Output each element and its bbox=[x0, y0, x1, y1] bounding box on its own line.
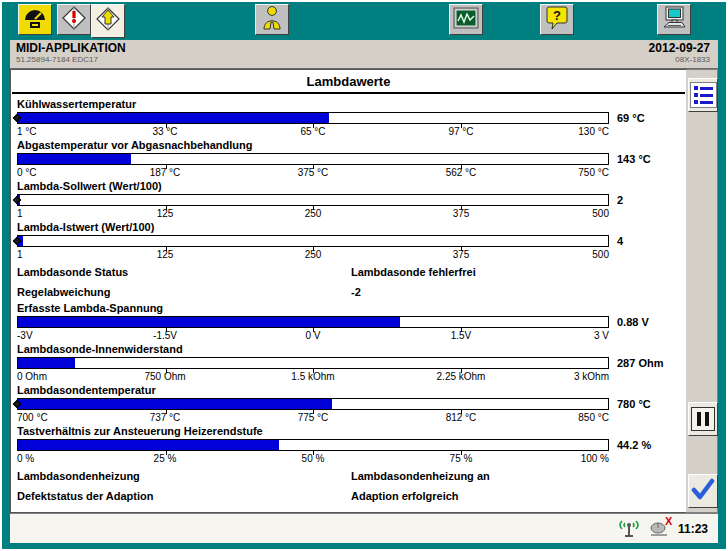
status-value: Lambdasondenheizung an bbox=[351, 470, 490, 482]
page-title: Lambdawerte bbox=[11, 72, 686, 92]
gauge-value: 4 bbox=[617, 235, 623, 247]
right-button-strip bbox=[686, 69, 718, 513]
scale-label: 850 °C bbox=[578, 412, 609, 423]
scale-label: 1.5V bbox=[451, 330, 472, 341]
gauge-bar bbox=[17, 398, 609, 410]
gauge-scale: 0 % 25 % 50 % 75 % 100 % bbox=[17, 453, 609, 465]
scale-label: 0 V bbox=[305, 330, 320, 341]
help-icon: ? bbox=[545, 5, 569, 35]
pause-icon bbox=[691, 407, 715, 431]
gauge-value: 780 °C bbox=[617, 398, 651, 410]
gauge-scale: 1 °C 33 °C 65 °C 97 °C 130 °C bbox=[17, 126, 609, 138]
svg-text:?: ? bbox=[553, 8, 561, 23]
gauge-label: Lambda-Istwert (Wert/100) bbox=[17, 221, 686, 234]
scale-label: 33 °C bbox=[152, 126, 177, 137]
svg-text:X: X bbox=[665, 516, 673, 527]
gauge-sondentemperatur: Lambdasondentemperatur 780 °C 700 °C 737… bbox=[17, 384, 686, 423]
gauge-value: 287 Ohm bbox=[617, 357, 663, 369]
gauge-bar bbox=[17, 235, 609, 247]
gauge-bar-fill bbox=[18, 399, 332, 409]
status-row: Lambdasondenheizung Lambdasondenheizung … bbox=[17, 466, 686, 486]
status-label: Defektstatus der Adaption bbox=[17, 490, 351, 502]
scale-label: 0 Ohm bbox=[17, 371, 47, 382]
gauge-bar bbox=[17, 112, 609, 124]
scale-label: 125 bbox=[157, 249, 174, 260]
scale-label: 500 bbox=[592, 208, 609, 219]
confirm-button[interactable] bbox=[688, 474, 718, 508]
status-bar: X 11:23 bbox=[10, 513, 718, 543]
gauge-tastverhaeltnis: Tastverhältnis zur Ansteuerung Heizerend… bbox=[17, 425, 686, 464]
scale-label: 775 °C bbox=[298, 412, 329, 423]
gauge-value: 2 bbox=[617, 194, 623, 206]
header-date: 2012-09-27 bbox=[649, 42, 710, 55]
computer-button[interactable] bbox=[657, 4, 691, 35]
gauge-value: 0.88 V bbox=[617, 316, 649, 328]
gauge-value: 44.2 % bbox=[617, 439, 651, 451]
book-up-icon bbox=[95, 6, 121, 36]
header-code: 08X-1833 bbox=[649, 55, 710, 64]
gauge-lambda-spannung: Erfasste Lambda-Spannung 0.88 V -3V -1.5… bbox=[17, 302, 686, 341]
scale-label: 562 °C bbox=[446, 167, 477, 178]
list-icon bbox=[690, 82, 717, 108]
app-subtitle: 51.25894-7184 EDC17 bbox=[16, 55, 126, 64]
clock: 11:23 bbox=[678, 522, 708, 536]
book-alert-icon bbox=[61, 5, 87, 35]
gauge-scale: 0 Ohm 750 Ohm 1.5 kOhm 2.25 kOhm 3 kOhm bbox=[17, 371, 609, 383]
gauge-label: Lambda-Sollwert (Wert/100) bbox=[17, 180, 686, 193]
scale-label: 1 °C bbox=[17, 126, 37, 137]
gauge-bar bbox=[17, 153, 609, 165]
gauge-scale: 700 °C 737 °C 775 °C 812 °C 850 °C bbox=[17, 412, 609, 424]
gauge-value: 143 °C bbox=[617, 153, 651, 165]
gauge-kuehlwassertemperatur: Kühlwassertemperatur 69 °C 1 °C 33 °C 65… bbox=[17, 98, 686, 137]
operator-button[interactable] bbox=[255, 4, 289, 35]
check-icon bbox=[691, 477, 715, 505]
gauge-bar-fill bbox=[18, 317, 400, 327]
scale-label: 3 V bbox=[594, 330, 609, 341]
scale-label: 25 % bbox=[154, 453, 177, 464]
scale-label: -3V bbox=[17, 330, 33, 341]
scale-label: -1.5V bbox=[153, 330, 177, 341]
status-row: Defektstatus der Adaption Adaption erfol… bbox=[17, 486, 686, 506]
status-label: Regelabweichung bbox=[17, 286, 351, 298]
gauge-bar bbox=[17, 439, 609, 451]
mancats-home-button[interactable] bbox=[18, 4, 52, 35]
scale-label: 1.5 kOhm bbox=[291, 371, 334, 382]
scale-label: 250 bbox=[305, 208, 322, 219]
measured-values-button[interactable] bbox=[91, 4, 125, 38]
gauge-scale: -3V -1.5V 0 V 1.5V 3 V bbox=[17, 330, 609, 342]
scale-label: 750 °C bbox=[578, 167, 609, 178]
person-icon bbox=[260, 5, 284, 35]
scale-label: 0 °C bbox=[17, 167, 37, 178]
status-value: Adaption erfolgreich bbox=[351, 490, 459, 502]
scale-label: 812 °C bbox=[446, 412, 477, 423]
gauge-label: Abgastemperatur vor Abgasnachbehandlung bbox=[17, 139, 686, 152]
gauge-lambda-sollwert: Lambda-Sollwert (Wert/100) 2 1 125 250 bbox=[17, 180, 686, 219]
pause-button[interactable] bbox=[688, 402, 718, 436]
gauge-label: Kühlwassertemperatur bbox=[17, 98, 686, 111]
main-content: Lambdawerte Kühlwassertemperatur 69 °C bbox=[10, 69, 686, 513]
scale-label: 2.25 kOhm bbox=[437, 371, 486, 382]
gauge-innenwiderstand: Lambdasonde-Innenwiderstand 287 Ohm 0 Oh… bbox=[17, 343, 686, 382]
gauge-abgastemperatur: Abgastemperatur vor Abgasnachbehandlung … bbox=[17, 139, 686, 178]
oscilloscope-icon bbox=[453, 7, 479, 33]
scale-label: 250 bbox=[305, 249, 322, 260]
value-list-button[interactable] bbox=[688, 78, 718, 112]
scale-label: 500 bbox=[592, 249, 609, 260]
gauge-lambda-istwert: Lambda-Istwert (Wert/100) 4 1 125 250 bbox=[17, 221, 686, 260]
scale-label: 375 °C bbox=[298, 167, 329, 178]
mancats-gauge-icon bbox=[22, 6, 48, 34]
gauge-value: 69 °C bbox=[617, 112, 645, 124]
scale-label: 750 Ohm bbox=[144, 371, 185, 382]
scale-label: 0 % bbox=[17, 453, 34, 464]
scale-label: 375 bbox=[453, 208, 470, 219]
title-rule bbox=[12, 92, 685, 94]
window-frame: ? MIDI-APPLIKATION 51.25894-7184 EDC17 bbox=[2, 2, 726, 549]
help-button[interactable]: ? bbox=[540, 4, 574, 35]
connection-error-icon: X bbox=[647, 516, 673, 542]
scale-label: 737 °C bbox=[150, 412, 181, 423]
oscilloscope-button[interactable] bbox=[449, 4, 483, 35]
fault-memory-button[interactable] bbox=[57, 4, 91, 35]
scale-label: 1 bbox=[17, 249, 23, 260]
gauge-label: Erfasste Lambda-Spannung bbox=[17, 302, 686, 315]
gauge-bar-fill bbox=[18, 154, 131, 164]
